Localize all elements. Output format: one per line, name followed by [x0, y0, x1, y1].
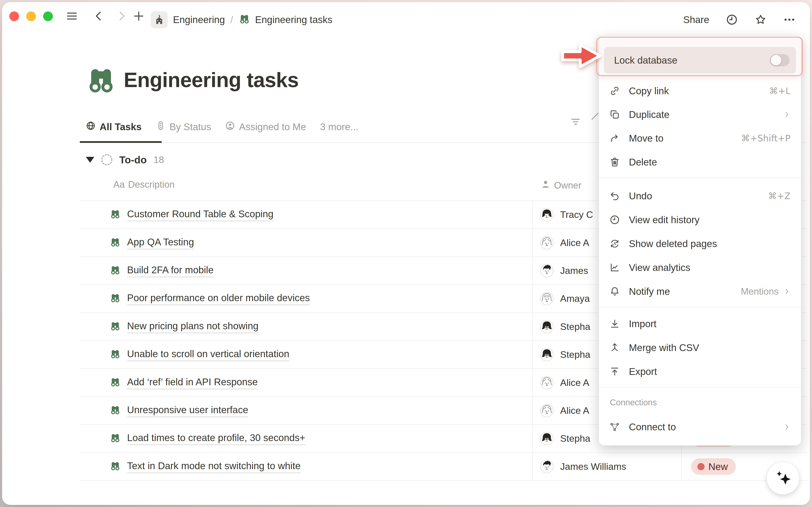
task-title[interactable]: Text in Dark mode not switching to white — [127, 460, 301, 473]
chevron-right-icon — [783, 423, 791, 431]
owner-name: Alice A — [560, 237, 589, 248]
tab-all-tasks[interactable]: All Tasks — [86, 121, 142, 133]
menu-item-notify-me[interactable]: Notify meMentions — [604, 280, 796, 303]
task-title[interactable]: Load times to create profile, 30 seconds… — [127, 432, 305, 445]
tab-assigned-to-me[interactable]: Assigned to Me — [225, 121, 306, 133]
owner-avatar — [540, 376, 554, 390]
menu-item-label: Undo — [629, 190, 652, 202]
breadcrumb-team[interactable]: Engineering — [173, 14, 225, 25]
person-icon — [540, 179, 551, 191]
page-title: Engineering tasks — [124, 68, 299, 92]
show-deleted-icon — [609, 238, 620, 249]
toggle-knob — [771, 55, 781, 65]
binoculars-icon — [238, 14, 250, 25]
collapse-triangle-icon[interactable] — [86, 157, 94, 163]
menu-item-view-analytics[interactable]: View analytics — [604, 256, 796, 279]
lock-database-toggle[interactable] — [770, 54, 790, 66]
owner-name: Alice A — [560, 405, 589, 416]
tab-label: By Status — [170, 121, 211, 132]
menu-item-duplicate[interactable]: Duplicate — [604, 103, 796, 126]
task-title[interactable]: App QA Testing — [127, 236, 194, 249]
minimize-window-button[interactable] — [26, 11, 36, 21]
undo-icon — [609, 190, 620, 201]
tab-by-status[interactable]: By Status — [156, 121, 211, 133]
menu-item-shortcut: ⌘+Shift+P — [741, 133, 791, 144]
status-badge: New — [691, 458, 736, 475]
sidebar-toggle-icon[interactable] — [65, 10, 78, 22]
analytics-icon — [609, 262, 620, 273]
menu-item-label: Copy link — [629, 85, 669, 97]
menu-item-delete[interactable]: Delete — [604, 150, 796, 174]
zoom-window-button[interactable] — [43, 11, 53, 21]
owner-name: Amaya — [560, 293, 590, 304]
menu-item-merge-with-csv[interactable]: Merge with CSV — [604, 336, 796, 359]
task-title[interactable]: New pricing plans not showing — [127, 320, 258, 333]
task-title[interactable]: Build 2FA for mobile — [127, 264, 214, 277]
column-header-owner[interactable]: Owner — [540, 179, 582, 191]
binoculars-icon — [110, 321, 121, 332]
owner-avatar — [540, 432, 554, 446]
updates-clock-icon[interactable] — [726, 13, 738, 26]
filter-icon[interactable] — [570, 116, 582, 128]
menu-item-show-deleted-pages[interactable]: Show deleted pages — [604, 232, 796, 256]
task-title[interactable]: Unresponsive user interface — [127, 404, 248, 417]
partial-sort-icon — [590, 111, 600, 121]
tab-label: Assigned to Me — [239, 121, 306, 132]
tab-label: 3 more... — [320, 121, 359, 132]
page-binoculars-icon[interactable] — [85, 66, 117, 98]
binoculars-icon — [110, 209, 121, 220]
task-title[interactable]: Add ‘ref’ field in API Response — [127, 376, 258, 389]
menu-item-export[interactable]: Export — [604, 360, 796, 383]
task-title[interactable]: Poor performance on older mobile devices — [127, 292, 310, 305]
menu-divider — [599, 307, 801, 307]
merge-csv-icon — [609, 342, 620, 353]
owner-avatar — [540, 236, 554, 250]
owner-name: James — [560, 265, 588, 276]
menu-item-label: View edit history — [629, 214, 700, 225]
teamspace-building-icon[interactable] — [151, 11, 168, 28]
menu-section-connections: Connections — [610, 398, 657, 407]
new-page-icon[interactable] — [132, 10, 145, 22]
tab-label: All Tasks — [100, 121, 142, 132]
menu-item-label: Move to — [629, 132, 663, 144]
menu-item-connect-to[interactable]: Connect to — [604, 415, 796, 439]
column-header-description[interactable]: Aa Description — [113, 179, 175, 190]
menu-item-label: Import — [629, 318, 656, 330]
menu-item-label: Show deleted pages — [629, 238, 717, 249]
task-title[interactable]: Unable to scroll on vertical orientation — [127, 348, 289, 361]
menu-item-lock-database[interactable]: Lock database — [604, 47, 796, 73]
menu-divider — [599, 177, 801, 178]
traffic-light-icon — [156, 121, 166, 133]
todo-status-circle-icon — [100, 153, 113, 166]
close-window-button[interactable] — [9, 11, 19, 21]
binoculars-icon — [110, 405, 121, 416]
breadcrumb-separator: / — [230, 14, 233, 25]
menu-item-undo[interactable]: Undo⌘+Z — [604, 184, 796, 208]
active-tab-underline — [80, 141, 162, 143]
text-type-glyph: Aa — [113, 179, 125, 190]
back-icon[interactable] — [93, 10, 105, 22]
import-icon — [609, 319, 620, 329]
duplicate-icon — [609, 109, 620, 120]
breadcrumb-page[interactable]: Engineering tasks — [255, 14, 332, 25]
person-circle-icon — [225, 121, 235, 133]
menu-item-move-to[interactable]: Move to⌘+Shift+P — [604, 126, 796, 150]
menu-item-copy-link[interactable]: Copy link⌘+L — [604, 79, 796, 103]
owner-name: Alice A — [560, 377, 589, 388]
menu-item-label: Merge with CSV — [629, 342, 699, 353]
chevron-right-icon — [783, 288, 791, 295]
menu-item-label: Connect to — [629, 421, 676, 433]
share-button[interactable]: Share — [683, 14, 709, 25]
ai-sparkle-button[interactable] — [767, 462, 799, 495]
forward-icon[interactable] — [115, 10, 128, 22]
more-options-icon[interactable] — [783, 13, 796, 26]
menu-item-view-edit-history[interactable]: View edit history — [604, 208, 796, 232]
menu-item-label: Notify me — [629, 286, 670, 297]
group-name[interactable]: To-do — [119, 154, 147, 166]
favorite-star-icon[interactable] — [755, 13, 767, 26]
tab-3-more[interactable]: 3 more... — [320, 121, 359, 132]
table-row[interactable]: Text in Dark mode not switching to white… — [80, 453, 807, 481]
binoculars-icon — [110, 237, 121, 248]
menu-item-import[interactable]: Import — [604, 312, 796, 336]
task-title[interactable]: Customer Round Table & Scoping — [127, 208, 273, 221]
